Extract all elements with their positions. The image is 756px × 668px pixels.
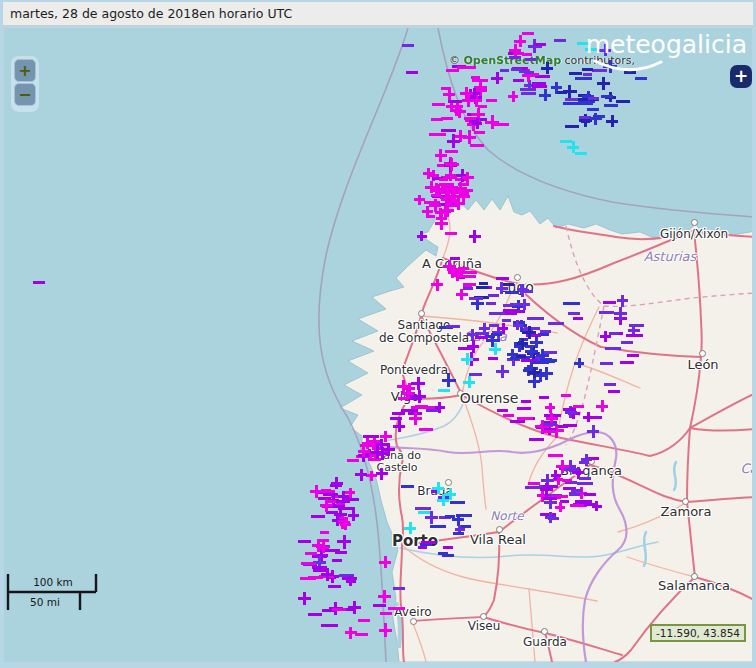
lightning-cross-marker — [596, 400, 608, 412]
lightning-dash-marker — [521, 92, 537, 95]
lightning-dash-marker — [392, 412, 405, 415]
lightning-dash-marker — [358, 619, 370, 622]
lightning-dash-marker — [616, 100, 630, 103]
city-label: Viseu — [468, 620, 501, 633]
lightning-dash-marker — [511, 68, 522, 71]
lightning-dash-marker — [479, 282, 488, 285]
lightning-dash-marker — [486, 99, 497, 102]
lightning-dash-marker — [573, 317, 583, 320]
lightning-cross-marker — [590, 113, 602, 125]
city-label: Zamora — [661, 505, 712, 519]
lightning-dash-marker — [605, 347, 621, 350]
lightning-dash-marker — [578, 98, 588, 101]
lightning-dash-marker — [338, 520, 349, 523]
lightning-cross-marker — [597, 77, 610, 90]
lightning-dash-marker — [373, 604, 386, 607]
lightning-cross-marker — [508, 91, 518, 101]
lightning-cross-marker — [378, 590, 391, 603]
lightning-cross-marker — [456, 289, 468, 301]
lightning-dash-marker — [540, 330, 551, 333]
lightning-dash-marker — [575, 77, 592, 80]
lightning-dash-marker — [467, 271, 476, 274]
zoom-control: + − — [11, 56, 39, 112]
lightning-cross-marker — [355, 469, 367, 481]
lightning-dash-marker — [420, 543, 432, 546]
lightning-dash-marker — [441, 87, 451, 90]
lightning-dash-marker — [458, 183, 469, 186]
lightning-dash-marker — [585, 416, 601, 419]
lightning-dash-marker — [457, 66, 467, 69]
zoom-in-button[interactable]: + — [14, 59, 36, 82]
lightning-dash-marker — [467, 66, 477, 69]
lightning-cross-marker — [496, 365, 509, 378]
lightning-dash-marker — [502, 319, 511, 322]
lightning-cross-marker — [535, 420, 548, 433]
lightning-dash-marker — [33, 281, 45, 284]
lightning-cross-marker — [403, 388, 414, 399]
meteogalicia-logo[interactable]: meteogalicia — [579, 30, 749, 72]
lightning-dash-marker — [393, 587, 405, 590]
city-label: Pontevedra — [380, 364, 448, 377]
zoom-out-button[interactable]: − — [14, 83, 36, 106]
lightning-dash-marker — [388, 607, 404, 610]
lightning-cross-marker — [404, 522, 416, 534]
lightning-dash-marker — [489, 312, 505, 315]
lightning-dash-marker — [445, 232, 457, 235]
lightning-dash-marker — [604, 104, 618, 107]
lightning-dash-marker — [438, 552, 447, 555]
lightning-cross-marker — [348, 601, 362, 615]
lightning-cross-marker — [514, 35, 526, 47]
region-label: Ca — [740, 461, 752, 476]
lightning-dash-marker — [513, 79, 524, 82]
lightning-dash-marker — [584, 503, 597, 506]
lightning-dash-marker — [488, 357, 498, 360]
lightning-cross-marker — [379, 556, 391, 568]
lightning-cross-marker — [376, 468, 388, 480]
lightning-dash-marker — [561, 394, 571, 397]
lightning-cross-marker — [545, 403, 555, 413]
lightning-dash-marker — [581, 120, 590, 123]
lightning-cross-marker — [310, 485, 323, 498]
city-label: Ourense — [460, 391, 519, 406]
lightning-dash-marker — [563, 424, 577, 427]
lightning-cross-marker — [346, 576, 356, 586]
lightning-dash-marker — [525, 58, 536, 61]
lightning-dash-marker — [525, 486, 540, 489]
lightning-cross-marker — [617, 295, 629, 307]
lightning-dash-marker — [300, 577, 316, 580]
lightning-dash-marker — [496, 277, 509, 280]
lightning-dash-marker — [565, 125, 579, 128]
region-label: Norte — [490, 509, 523, 523]
overlay-add-button[interactable]: + — [730, 65, 752, 88]
lightning-dash-marker — [476, 286, 489, 289]
lightning-dash-marker — [458, 347, 473, 350]
lightning-dash-marker — [402, 44, 414, 47]
lightning-cross-marker — [517, 284, 527, 294]
lightning-dash-marker — [635, 77, 647, 80]
lightning-dash-marker — [532, 85, 548, 88]
lightning-cross-marker — [432, 482, 444, 494]
lightning-dash-marker — [445, 515, 455, 518]
lightning-dash-marker — [584, 493, 597, 496]
map-canvas[interactable]: A CoruñaLugoSantiagode CompostelaPonteve… — [4, 28, 752, 662]
lightning-cross-marker — [574, 358, 584, 368]
lightning-dash-marker — [450, 501, 466, 504]
lightning-cross-marker — [442, 373, 456, 387]
lightning-cross-marker — [409, 412, 422, 425]
lightning-dash-marker — [517, 407, 531, 410]
city-label: Gijón/Xixón — [660, 228, 728, 241]
lightning-dash-marker — [441, 117, 454, 120]
lightning-cross-marker — [393, 420, 405, 432]
lightning-cross-marker — [530, 336, 543, 349]
lightning-dash-marker — [430, 525, 446, 528]
lightning-dash-marker — [500, 69, 509, 72]
lightning-dash-marker — [557, 91, 567, 94]
lightning-dash-marker — [579, 477, 591, 480]
logo-swash — [579, 30, 749, 76]
lightning-cross-marker — [539, 89, 551, 101]
lightning-dash-marker — [604, 383, 616, 386]
lightning-dash-marker — [608, 390, 620, 393]
city-dot — [699, 350, 706, 357]
lightning-dash-marker — [422, 406, 435, 409]
cursor-coordinates: -11.590, 43.854 — [650, 624, 746, 642]
